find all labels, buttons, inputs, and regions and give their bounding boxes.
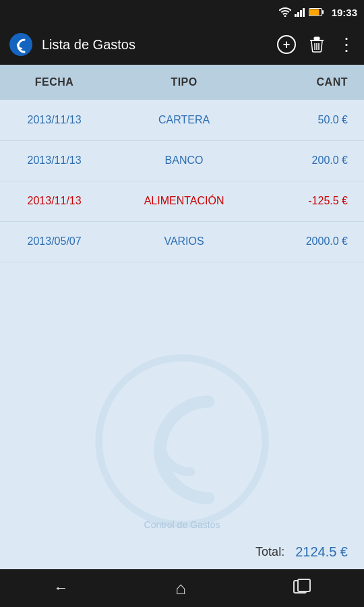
cell-fecha: 2013/05/07: [0, 221, 109, 262]
header-tipo: TIPO: [109, 65, 260, 100]
svg-point-13: [99, 358, 266, 525]
svg-rect-6: [309, 9, 319, 16]
add-button[interactable]: +: [277, 35, 296, 54]
cell-fecha: 2013/11/13: [0, 100, 109, 140]
svg-rect-1: [297, 12, 299, 17]
app-logo-icon: [9, 33, 32, 56]
watermark-logo: [94, 353, 270, 529]
svg-rect-15: [298, 579, 310, 591]
signal-icon: [295, 7, 305, 17]
table-row[interactable]: 2013/11/13 ALIMENTACIÓN -125.5 €: [0, 181, 364, 221]
cell-fecha: 2013/11/13: [0, 181, 109, 221]
header-fecha: FECHA: [0, 65, 109, 100]
cell-cant: -125.5 €: [260, 181, 364, 221]
status-icons: [279, 7, 324, 17]
watermark-text: Control de Gastos: [144, 519, 220, 530]
main-content: FECHA TIPO CANT 2013/11/13 CARTERA 50.0 …: [0, 65, 364, 569]
app-bar: Lista de Gastos + ⋮: [0, 24, 364, 65]
header-cant: CANT: [260, 65, 364, 100]
cell-cant: 50.0 €: [260, 100, 364, 140]
status-bar: 19:33: [0, 0, 364, 24]
status-time: 19:33: [332, 7, 357, 18]
total-section: Total: 2124.5 €: [0, 534, 364, 569]
svg-rect-2: [300, 10, 302, 17]
total-label: Total:: [255, 545, 284, 559]
back-button[interactable]: ←: [53, 579, 68, 597]
home-button[interactable]: ⌂: [175, 578, 186, 599]
svg-rect-0: [295, 14, 297, 17]
trash-icon: [309, 36, 324, 53]
recent-button[interactable]: [293, 579, 311, 598]
cell-tipo: BANCO: [109, 140, 260, 181]
svg-point-7: [9, 33, 32, 56]
svg-rect-9: [314, 37, 320, 40]
cell-tipo: CARTERA: [109, 100, 260, 140]
wifi-icon: [279, 7, 291, 17]
nav-bar: ← ⌂: [0, 569, 364, 607]
cell-tipo: ALIMENTACIÓN: [109, 181, 260, 221]
expense-table: FECHA TIPO CANT 2013/11/13 CARTERA 50.0 …: [0, 65, 364, 262]
table-row[interactable]: 2013/11/13 CARTERA 50.0 €: [0, 100, 364, 140]
battery-icon: [309, 8, 324, 16]
table-row[interactable]: 2013/11/13 BANCO 200.0 €: [0, 140, 364, 181]
cell-fecha: 2013/11/13: [0, 140, 109, 181]
cell-tipo: VARIOS: [109, 221, 260, 262]
cell-cant: 2000.0 €: [260, 221, 364, 262]
more-button[interactable]: ⋮: [338, 34, 355, 55]
svg-rect-3: [303, 8, 305, 17]
app-bar-actions: + ⋮: [277, 34, 355, 55]
recent-icon: [293, 579, 311, 594]
table-row[interactable]: 2013/05/07 VARIOS 2000.0 €: [0, 221, 364, 262]
svg-rect-5: [322, 10, 324, 14]
app-title: Lista de Gastos: [42, 37, 268, 53]
cell-cant: 200.0 €: [260, 140, 364, 181]
delete-button[interactable]: [309, 36, 324, 53]
total-value: 2124.5 €: [295, 544, 348, 560]
table-header-row: FECHA TIPO CANT: [0, 65, 364, 100]
